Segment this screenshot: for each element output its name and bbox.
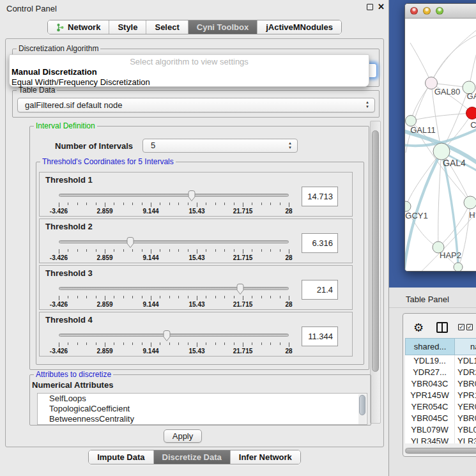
- slider-tick: [160, 249, 160, 252]
- slider-track[interactable]: [59, 194, 289, 197]
- table-row[interactable]: YER054CYER0: [405, 401, 476, 413]
- slider-tick: [169, 296, 170, 298]
- tab-network[interactable]: Network: [48, 20, 109, 34]
- tab-select[interactable]: Select: [146, 20, 188, 34]
- attribute-item-betweennesscentrality[interactable]: BetweennessCentrality: [38, 414, 367, 424]
- float-window-icon[interactable]: [367, 4, 373, 10]
- slider-tick: [142, 203, 142, 205]
- close-traffic-light-icon[interactable]: [410, 7, 418, 15]
- algorithm-option-equal-width-frequency-discretization[interactable]: Equal Width/Frequency Discretization: [10, 77, 369, 88]
- threshold-panel-1: Threshold 1-3.4262.8599.14415.4321.71528…: [39, 172, 353, 217]
- table-cell[interactable]: YDR2: [455, 367, 476, 378]
- slider-track[interactable]: [59, 334, 289, 337]
- algorithm-option-manual-discretization[interactable]: Manual Discretization: [10, 67, 369, 77]
- table-row[interactable]: YBR045CYBR0: [405, 413, 476, 424]
- list-scrollbar-thumb[interactable]: [359, 395, 365, 415]
- node-label: GAL11: [410, 125, 436, 135]
- algorithm-placeholder-option[interactable]: Select algorithm to view settings: [10, 57, 369, 67]
- slider-tick: [206, 249, 206, 252]
- table-cell[interactable]: YDR27...: [405, 367, 455, 378]
- network-node[interactable]: [454, 263, 463, 272]
- slider-tick-label: 15.43: [188, 208, 204, 215]
- slider-tick: [169, 249, 170, 252]
- table-cell[interactable]: YLR3: [455, 436, 476, 443]
- threshold-value-field[interactable]: 6.316: [302, 233, 338, 253]
- column-header-na[interactable]: na: [455, 338, 476, 355]
- table-cell[interactable]: YBR0: [455, 413, 476, 424]
- vertical-scrollbar[interactable]: [370, 121, 381, 424]
- table-cell[interactable]: YPR1: [455, 390, 476, 401]
- table-data-select[interactable]: galFiltered.sif default node ▲▼: [17, 98, 375, 112]
- checkbox-icon[interactable]: ✓: [466, 324, 473, 330]
- apply-button[interactable]: Apply: [164, 429, 202, 443]
- zoom-traffic-light-icon[interactable]: [436, 7, 443, 15]
- threshold-value-field[interactable]: 14.713: [302, 187, 338, 206]
- table-cell[interactable]: YBR045C: [405, 413, 455, 424]
- network-window-titlebar[interactable]: [405, 4, 476, 19]
- vertical-scrollbar-thumb[interactable]: [372, 130, 379, 372]
- slider-tick: [197, 249, 197, 254]
- slider-thumb[interactable]: [236, 283, 245, 295]
- table-cell[interactable]: YPR145W: [405, 390, 455, 401]
- tab-impute-data[interactable]: Impute Data: [89, 450, 153, 464]
- tab-cyni-toolbox[interactable]: Cyni Toolbox: [188, 20, 257, 34]
- network-view[interactable]: GAL80GACGAL11GAL4GCY1HHAP2: [405, 19, 476, 272]
- slider-track[interactable]: [59, 287, 289, 290]
- network-icon: [56, 23, 65, 32]
- attribute-item-selfloops[interactable]: SelfLoops: [38, 394, 367, 404]
- attribute-item-topologicalcoefficient[interactable]: TopologicalCoefficient: [38, 404, 367, 414]
- split-columns-icon[interactable]: [436, 322, 448, 333]
- slider-tick: [132, 296, 133, 298]
- slider-tick: [270, 296, 271, 298]
- table-cell[interactable]: YLR345W: [405, 436, 455, 443]
- tab-infer-network[interactable]: Infer Network: [231, 450, 300, 464]
- table-cell[interactable]: YBR043C: [405, 378, 455, 390]
- table-cell[interactable]: YDL1: [455, 355, 476, 367]
- slider-tick: [114, 249, 114, 252]
- table-cell[interactable]: YBL079W: [405, 424, 455, 436]
- list-scrollbar[interactable]: [358, 394, 366, 424]
- slider-tick: [280, 203, 280, 205]
- table-cell[interactable]: YBL0: [455, 424, 476, 436]
- threshold-value-field[interactable]: 11.344: [302, 326, 338, 346]
- horizontal-scrollbar-thumb[interactable]: [405, 448, 476, 454]
- slider-track[interactable]: [59, 240, 289, 243]
- table-row[interactable]: YDR27...YDR2: [405, 367, 476, 378]
- network-graph[interactable]: GAL80GACGAL11GAL4GCY1HHAP2: [405, 19, 476, 272]
- slider-thumb[interactable]: [162, 330, 171, 342]
- tab-label: Network: [68, 20, 100, 34]
- close-icon[interactable]: ✕: [378, 3, 385, 11]
- table-row[interactable]: YBR043CYBR0: [405, 378, 476, 390]
- table-cell[interactable]: YER054C: [405, 401, 455, 413]
- threshold-label: Threshold 4: [45, 315, 93, 325]
- slider-tick-label: 9.144: [142, 301, 158, 308]
- table-cell[interactable]: YDL19...: [405, 355, 455, 367]
- minimize-traffic-light-icon[interactable]: [423, 7, 431, 15]
- network-node-c[interactable]: [466, 107, 476, 119]
- network-node-gcy1[interactable]: [405, 201, 411, 211]
- number-of-intervals-spinner[interactable]: 5 ▲▼: [142, 139, 298, 153]
- threshold-value-field[interactable]: 21.4: [302, 280, 338, 300]
- group-title: Discretization Algorithm: [17, 44, 100, 53]
- slider-tick: [132, 203, 133, 205]
- network-node-h[interactable]: [464, 196, 476, 209]
- tab-discretize-data[interactable]: Discretize Data: [154, 450, 231, 464]
- numerical-attributes-list[interactable]: SelfLoopsTopologicalCoefficientBetweenne…: [37, 393, 367, 425]
- table-row[interactable]: YBL079WYBL0: [405, 424, 476, 436]
- slider-thumb[interactable]: [187, 190, 196, 202]
- checkbox-icon[interactable]: ✓: [458, 324, 464, 330]
- horizontal-scrollbar[interactable]: [404, 447, 476, 454]
- network-window[interactable]: GAL80GACGAL11GAL4GCY1HHAP2: [404, 3, 476, 272]
- column-header-shared-[interactable]: shared...: [405, 338, 455, 355]
- slider-tick: [234, 249, 234, 252]
- network-node-gal11[interactable]: [406, 116, 417, 127]
- tab-style[interactable]: Style: [109, 20, 146, 34]
- gear-icon[interactable]: ⚙: [413, 321, 424, 335]
- slider-thumb[interactable]: [126, 236, 135, 249]
- table-row[interactable]: YDL19...YDL1: [405, 355, 476, 367]
- table-cell[interactable]: YBR0: [455, 378, 476, 390]
- table-row[interactable]: YLR345WYLR3: [405, 436, 476, 443]
- tab-jactivemnodules[interactable]: jActiveMNodules: [257, 20, 341, 34]
- table-cell[interactable]: YER0: [455, 401, 476, 413]
- table-row[interactable]: YPR145WYPR1: [405, 390, 476, 401]
